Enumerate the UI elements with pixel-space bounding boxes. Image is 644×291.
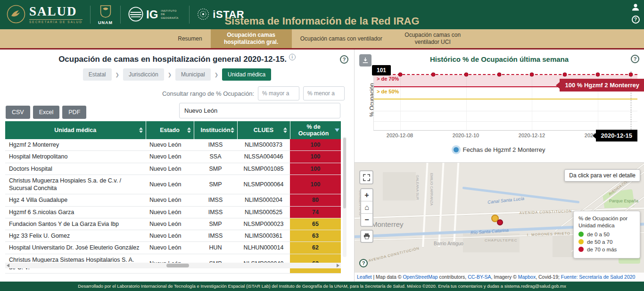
zoom-out-button[interactable]: − (361, 214, 372, 226)
cell-unidad: Fundacion Santos Y de La Garza Evia Ibp (5, 218, 146, 230)
breadcrumb-estatal[interactable]: Estatal (83, 68, 112, 81)
sort-icon[interactable] (283, 127, 287, 133)
scrollbar-thumb[interactable] (166, 264, 189, 267)
tab-resumen[interactable]: Resumen (169, 29, 210, 48)
map-help-icon[interactable]: ? (359, 259, 368, 267)
chart-data-point[interactable] (398, 73, 402, 77)
leaflet-link[interactable]: Leaflet (357, 274, 372, 280)
export-excel-button[interactable]: Excel (33, 106, 60, 119)
column-label: Estado (160, 127, 180, 133)
info-icon[interactable]: i (289, 54, 296, 60)
breadcrumb-municipal[interactable]: Municipal (175, 68, 211, 81)
tab-ocupacion-hospitalizacion[interactable]: Ocupación camas hospitalización gral. (211, 29, 292, 48)
home-button[interactable]: ⌂ (361, 201, 372, 214)
chart-data-point[interactable] (596, 73, 600, 77)
x-axis-tick: 2020-12-08 (387, 133, 413, 138)
occupancy-cell: 100 (290, 151, 341, 163)
chart-data-point[interactable] (563, 73, 567, 77)
search-input[interactable] (179, 103, 340, 118)
fullscreen-button[interactable] (359, 170, 373, 184)
ig-wordmark: IG (146, 8, 158, 21)
sort-icon[interactable] (187, 127, 191, 133)
breadcrumb-unidad-medica[interactable]: Unidad médica (222, 68, 271, 81)
zoom-in-button[interactable]: + (361, 189, 372, 201)
cell-estado: Nuevo León (146, 139, 194, 151)
chart-data-point[interactable] (431, 73, 435, 77)
table-horizontal-scrollbar[interactable] (5, 263, 341, 268)
column-header-clues[interactable]: CLUES (237, 121, 290, 139)
export-buttons: CSV Excel PDF (6, 106, 86, 119)
table-row[interactable]: Hospital MetropolitanoNuevo LeónSSANLSSA… (5, 151, 341, 163)
range-filter-label: Consultar rango de % Ocupación: (162, 90, 254, 97)
table-panel-help-icon[interactable]: ? (340, 55, 348, 64)
chart-data-point[interactable] (530, 73, 534, 77)
cell-unidad: Hgz 33 Felix U. Gomez (5, 230, 146, 242)
cell-unidad: Hospital Metropolitano (5, 151, 146, 163)
column-header-estado[interactable]: Estado (146, 121, 194, 139)
cell-estado: Nuevo León (146, 218, 194, 230)
table-row[interactable]: Doctors HospitalNuevo LeónSMPNLSMP001085… (5, 163, 341, 175)
tab-ocupacion-ventilador[interactable]: Ocupación camas con ventilador (292, 29, 391, 48)
chart-data-point[interactable] (497, 73, 501, 77)
license-link[interactable]: CC-BY-SA (468, 274, 491, 280)
column-header-unidad-medica[interactable]: Unidad médica (5, 121, 146, 139)
scrollbar-thumb[interactable] (343, 138, 346, 208)
table-row[interactable]: Christus Muguerza Hospiales S.a. de C.v.… (5, 175, 341, 194)
sort-icon[interactable] (139, 127, 143, 133)
x-axis-tick: 2020-12-10 (453, 133, 479, 138)
export-pdf-button[interactable]: PDF (62, 106, 86, 119)
table-row[interactable]: Hgzmf 2 MonterreyNuevo LeónIMSSNLIMS0003… (5, 139, 341, 151)
table-row[interactable]: Hgz 33 Felix U. GomezNuevo LeónIMSSNLIMS… (5, 230, 341, 242)
cell-estado: Nuevo León (146, 175, 194, 194)
help-glyph: ? (634, 17, 637, 22)
table-header-row: Unidad médica Estado Institución CLUES (5, 121, 341, 139)
chart-data-point[interactable] (464, 73, 468, 77)
table-row[interactable]: Hospital Universitario Dr. José Eleuteri… (5, 242, 341, 254)
cell-clues: NLSSA004046 (237, 151, 290, 163)
scroll-left-icon[interactable] (7, 264, 9, 267)
hospital-marker-red[interactable] (497, 219, 503, 225)
cell-clues: NLSMP000064 (237, 175, 290, 194)
print-map-button[interactable] (360, 230, 373, 243)
range-min-input[interactable] (258, 86, 299, 100)
table-row[interactable]: Hgzmf 6 S.nicolas GarzaNuevo LeónIMSSNLI… (5, 206, 341, 218)
table-row[interactable]: Fundacion Santos Y de La Garza Evia IbpN… (5, 218, 341, 230)
map-legend-item: de 50 a 70 (578, 239, 635, 245)
column-header-institucion[interactable]: Institución (194, 121, 237, 139)
chart-help-icon[interactable]: ? (631, 55, 639, 63)
map-panel[interactable]: Monterrey Barrio Antiguo Buenos Aires CH… (355, 163, 644, 282)
attribution-text: contributors, (438, 274, 468, 280)
export-csv-button[interactable]: CSV (6, 106, 30, 119)
ig-globe-icon (128, 7, 143, 23)
mapbox-link[interactable]: Mapbox (518, 274, 536, 280)
page-title: Ocupación de camas en hospitalización ge… (0, 54, 354, 64)
tab-ocupacion-ventilador-uci[interactable]: Ocupación camas con ventilador UCI (391, 29, 475, 48)
legend-color-dot (578, 232, 584, 237)
osm-link[interactable]: OpenStreetMap (403, 274, 438, 280)
chart-data-point[interactable] (629, 73, 633, 77)
zoom-control: + ⌂ − (360, 188, 373, 227)
cell-estado: Nuevo León (146, 163, 194, 175)
cell-unidad: Hospital Universitario Dr. José Eleuteri… (5, 242, 146, 254)
cell-institucion: SMP (194, 163, 237, 175)
sort-icon[interactable] (231, 127, 234, 133)
attribution-text: , Covid-19; (536, 274, 561, 280)
chart-tooltip-text: 100 % Hgzmf 2 Monterrey (565, 82, 640, 89)
column-header-ocupacion[interactable]: % de Ocupación (290, 121, 341, 139)
user-icon[interactable] (631, 2, 640, 13)
header-help-icon[interactable]: ? (632, 16, 640, 24)
map-legend-items: de 0 a 50de 50 a 70de 70 o más (578, 232, 635, 252)
range-max-input[interactable] (303, 86, 345, 100)
map-legend-title: % de Ocupación por Unidad médica (578, 215, 635, 229)
chart-legend[interactable]: Fechas de Hgzmf 2 Monterrey (355, 146, 644, 153)
breadcrumb-jurisdiccion[interactable]: Jurisdicción (123, 68, 164, 81)
unam-shield-icon (100, 5, 111, 19)
filter-icon[interactable] (335, 129, 339, 132)
occupancy-cell: 80 (290, 194, 341, 206)
series-marker-icon (454, 147, 459, 152)
table-vertical-scrollbar[interactable] (343, 137, 347, 257)
scroll-right-icon[interactable] (337, 264, 339, 267)
help-glyph: ? (634, 56, 637, 62)
source-link[interactable]: Fuente: Secretaría de Salud 2020 (561, 274, 636, 280)
table-row[interactable]: Hgz 4 Villa GuadalupeNuevo LeónIMSSNLIMS… (5, 194, 341, 206)
